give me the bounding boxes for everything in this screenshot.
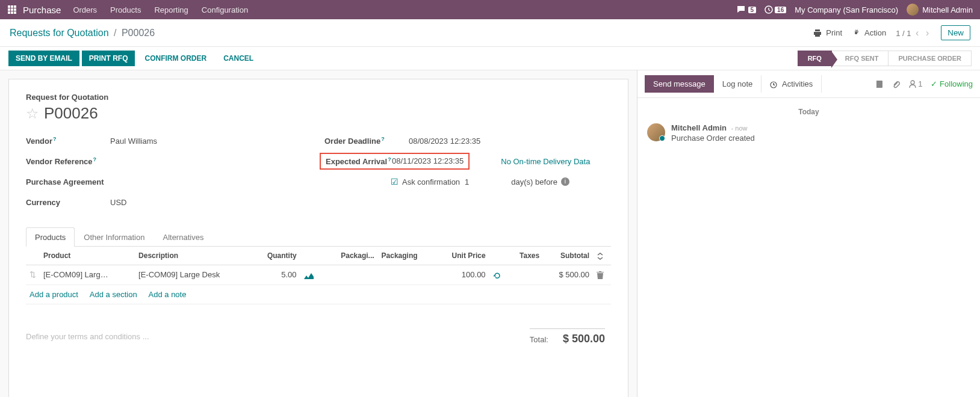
col-unit-price: Unit Price: [435, 247, 489, 265]
log-note-button[interactable]: Log note: [714, 75, 761, 93]
attachment-icon[interactable]: [892, 80, 901, 88]
agreement-label: Purchase Agreement: [26, 177, 110, 186]
nav-orders[interactable]: Orders: [73, 5, 97, 14]
pager-prev[interactable]: ‹: [913, 28, 921, 38]
pager-text: 1 / 1: [896, 29, 911, 38]
tab-other-info[interactable]: Other Information: [75, 227, 154, 247]
nav-products[interactable]: Products: [110, 5, 141, 14]
clock-icon: [770, 81, 777, 88]
ask-confirmation-checkbox[interactable]: ☑: [391, 177, 399, 186]
action-button[interactable]: Action: [852, 28, 886, 38]
message-body: Purchase Order created: [671, 134, 755, 143]
vendor-field[interactable]: Paul Williams: [110, 137, 157, 146]
print-button[interactable]: Print: [813, 28, 842, 38]
avatar-icon: [907, 4, 919, 16]
nav-reporting[interactable]: Reporting: [154, 5, 188, 14]
total-value: $ 500.00: [563, 333, 605, 345]
new-button[interactable]: New: [941, 25, 970, 40]
add-product-link[interactable]: Add a product: [29, 290, 78, 299]
terms-input[interactable]: Define your terms and conditions ...: [26, 332, 149, 341]
col-taxes: Taxes: [507, 247, 544, 265]
status-purchase-order[interactable]: PURCHASE ORDER: [889, 51, 972, 66]
cancel-button[interactable]: CANCEL: [216, 51, 261, 66]
person-icon: [909, 80, 916, 88]
confirm-order-button[interactable]: CONFIRM ORDER: [137, 51, 214, 66]
form-sheet: Request for Quotation ☆ P00026 Vendor? P…: [8, 79, 628, 397]
cell-description[interactable]: [E-COM09] Large Desk: [135, 265, 252, 285]
total-label: Total:: [530, 335, 548, 344]
deadline-field[interactable]: 08/08/2023 12:23:35: [409, 137, 480, 146]
user-menu[interactable]: Mitchell Admin: [907, 4, 973, 16]
doc-title: P00026: [44, 104, 98, 123]
expand-icon[interactable]: [597, 253, 604, 260]
forecast-icon[interactable]: [304, 272, 314, 279]
cell-quantity[interactable]: 5.00: [252, 265, 300, 285]
app-brand[interactable]: Purchase: [23, 5, 61, 15]
cell-product[interactable]: [E-COM09] Larg…: [40, 265, 135, 285]
activities-icon[interactable]: 16: [764, 5, 786, 14]
ask-confirmation-days[interactable]: 1: [465, 177, 469, 186]
add-section-link[interactable]: Add a section: [90, 290, 137, 299]
chatter: Send message Log note Activities 1 ✓ Fol…: [637, 70, 980, 397]
messaging-badge: 5: [748, 7, 757, 13]
expected-label: Expected Arrival?: [326, 156, 392, 166]
nav-menu: Orders Products Reporting Configuration: [73, 5, 736, 14]
following-button[interactable]: ✓ Following: [931, 79, 973, 88]
col-description: Description: [135, 247, 252, 265]
add-note-link[interactable]: Add a note: [149, 290, 187, 299]
message-author[interactable]: Mitchell Admin: [671, 123, 727, 132]
doc-subtitle: Request for Quotation: [26, 93, 611, 102]
message-avatar: [647, 123, 665, 141]
chat-date-separator: Today: [637, 98, 980, 121]
days-before-label: day(s) before: [511, 177, 557, 186]
expected-arrival-highlight: Expected Arrival? 08/11/2023 12:23:35: [320, 153, 470, 170]
followers-button[interactable]: 1: [909, 79, 923, 89]
book-icon[interactable]: [875, 80, 884, 88]
cell-unit-price[interactable]: 100.00: [435, 265, 489, 285]
activities-button[interactable]: Activities: [761, 75, 822, 93]
status-rfq[interactable]: RFQ: [798, 51, 832, 66]
breadcrumb-root[interactable]: Requests for Quotation: [10, 28, 109, 38]
top-nav: Purchase Orders Products Reporting Confi…: [0, 0, 980, 19]
drag-handle-icon[interactable]: ⇅: [26, 265, 40, 285]
print-rfq-button[interactable]: PRINT RFQ: [82, 51, 135, 66]
send-message-button[interactable]: Send message: [645, 75, 714, 93]
tabs: Products Other Information Alternatives: [26, 227, 611, 247]
delivery-data-link[interactable]: No On-time Delivery Data: [501, 157, 590, 166]
products-table: Product Description Quantity Packagi... …: [26, 247, 611, 304]
vendor-label: Vendor?: [26, 136, 110, 146]
pager: 1 / 1 ‹ ›: [896, 28, 931, 38]
ask-confirmation-label: Ask confirmation: [402, 177, 460, 186]
vendor-ref-label: Vendor Reference?: [26, 156, 110, 166]
activities-badge: 16: [775, 7, 786, 13]
col-quantity: Quantity: [252, 247, 300, 265]
action-row: SEND BY EMAIL PRINT RFQ CONFIRM ORDER CA…: [0, 47, 980, 70]
cell-subtotal: $ 500.00: [543, 265, 593, 285]
col-product: Product: [40, 247, 135, 265]
messaging-icon[interactable]: 5: [737, 5, 757, 14]
status-bar: RFQ RFQ SENT PURCHASE ORDER: [798, 51, 972, 66]
currency-label: Currency: [26, 198, 110, 207]
currency-field[interactable]: USD: [110, 198, 126, 207]
nav-configuration[interactable]: Configuration: [202, 5, 248, 14]
company-selector[interactable]: My Company (San Francisco): [795, 5, 898, 14]
tab-products[interactable]: Products: [26, 227, 75, 247]
tab-alternatives[interactable]: Alternatives: [154, 227, 212, 247]
delete-icon[interactable]: [597, 271, 604, 280]
refresh-icon[interactable]: [493, 271, 501, 280]
pager-next[interactable]: ›: [923, 28, 931, 38]
apps-icon[interactable]: [7, 5, 17, 14]
breadcrumb-sep: /: [114, 28, 116, 38]
deadline-label: Order Deadline?: [324, 136, 409, 146]
status-rfq-sent[interactable]: RFQ SENT: [832, 51, 889, 66]
print-icon: [813, 29, 822, 37]
expected-field[interactable]: 08/11/2023 12:23:35: [392, 156, 464, 165]
star-icon[interactable]: ☆: [26, 105, 39, 122]
svg-point-3: [911, 81, 914, 84]
totals: Total: $ 500.00: [530, 328, 611, 345]
table-row[interactable]: ⇅ [E-COM09] Larg… [E-COM09] Large Desk 5…: [26, 265, 611, 285]
user-name: Mitchell Admin: [922, 5, 973, 14]
send-email-button[interactable]: SEND BY EMAIL: [8, 51, 79, 66]
info-icon[interactable]: i: [561, 177, 569, 186]
col-packaging-qty: Packagi...: [324, 247, 378, 265]
